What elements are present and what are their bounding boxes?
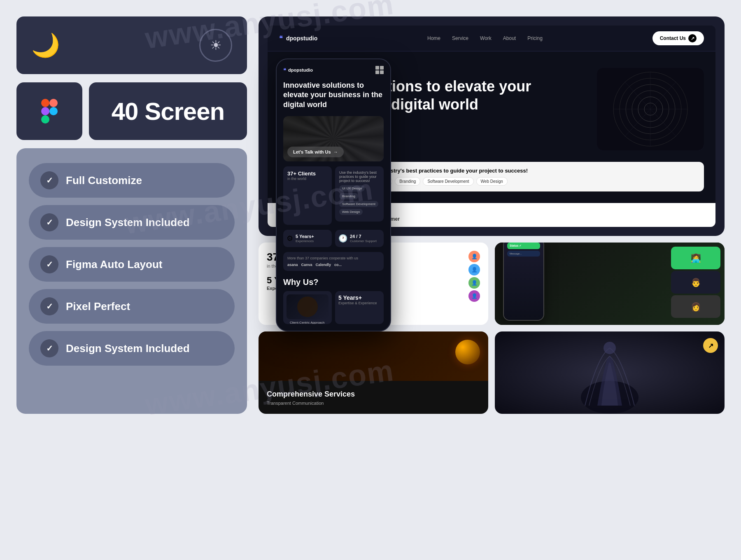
arch-sculpture-visual xyxy=(564,331,655,414)
nav-work[interactable]: Work xyxy=(480,35,492,41)
mobile-stats-grid: 37+ Clients in the world Use the industr… xyxy=(283,166,384,225)
nav-about[interactable]: About xyxy=(503,35,516,41)
nav-cta-button[interactable]: Contact Us ↗ xyxy=(652,31,704,45)
industry-card: Use the industry's best practices to gui… xyxy=(350,162,704,191)
mobile-exp-support-label: Customer Support xyxy=(350,239,377,243)
feature-item-4: Pixel Perfect xyxy=(29,289,235,324)
mobile-clients-logos: asana Canva Calendly co... xyxy=(287,263,380,267)
svg-point-4 xyxy=(49,107,58,115)
mobile-cta-button[interactable]: Let's Talk with Us → xyxy=(287,147,344,157)
mobile-client-1: Canva xyxy=(301,263,312,267)
mobile-client-3: co... xyxy=(334,263,342,267)
mobile-exp-support-icon: 🕐 xyxy=(338,234,347,243)
phone-mockup-card: Status ✓ Message... 👩‍💻 👨 👩 xyxy=(495,243,725,325)
moon-icon: 🌙 xyxy=(31,32,60,59)
mobile-tags: UI UX Design Branding Software Developme… xyxy=(339,185,380,215)
check-icon-4 xyxy=(40,297,58,315)
mobile-menu-icon[interactable] xyxy=(375,66,384,74)
mobile-mockup: ❝ dpopstudio Innovative solutions to ele… xyxy=(276,58,391,331)
mobile-nav: ❝ dpopstudio xyxy=(283,66,384,74)
feature-label-2: Design System Included xyxy=(66,216,190,229)
mobile-exp-years-num: 5 Years+ xyxy=(296,234,314,239)
avatar-4: 👤 xyxy=(468,290,480,302)
feature-label-1: Full Customize xyxy=(66,174,142,187)
svg-point-16 xyxy=(297,296,318,317)
feature-label-5: Design System Included xyxy=(66,342,190,355)
mobile-why-grid: Client-Centric Approach 5 Years+ Experti… xyxy=(283,291,384,324)
nav-service[interactable]: Service xyxy=(452,35,468,41)
mobile-why-section: Why Us? Client-Centric Approach xyxy=(283,274,384,324)
left-panel: 🌙 ☀ 40 Screen xyxy=(16,16,247,414)
mobile-stat-clients-num: 37+ Clients xyxy=(287,170,328,177)
nav-pricing[interactable]: Pricing xyxy=(527,35,543,41)
arch-arrow-icon[interactable]: ↗ xyxy=(703,338,718,353)
avatars-column: 👤 👤 👤 👤 xyxy=(468,251,480,302)
svg-rect-1 xyxy=(49,99,58,107)
mobile-client-2: Calendly xyxy=(316,263,331,267)
main-layout: 🌙 ☀ 40 Screen xyxy=(0,0,741,430)
avatar-photos: 👩‍💻 👨 👩 xyxy=(671,247,720,321)
svg-rect-2 xyxy=(41,107,49,115)
feature-item-5: Design System Included xyxy=(29,331,235,366)
nav-logo: ❝ dpopstudio xyxy=(279,35,317,42)
tag-3: Web Design xyxy=(476,177,508,186)
check-icon-5 xyxy=(40,339,58,357)
mobile-exp-support-num: 24 / 7 xyxy=(350,234,377,239)
mobile-why-sub: Expertise & Experience xyxy=(338,301,380,305)
mobile-stat-clients: 37+ Clients in the world xyxy=(283,166,332,225)
check-icon-3 xyxy=(40,255,58,273)
tags-row: UI UX Design Branding Software Developme… xyxy=(359,177,696,186)
nav-logo-text: dpopstudio xyxy=(286,35,317,42)
comprehensive-subtitle: Transparent Communication xyxy=(267,401,480,406)
tag-1: Branding xyxy=(395,177,420,186)
website-nav: ❝ dpopstudio Home Service Work About Pri… xyxy=(268,26,715,51)
mobile-stat-clients-label: in the world xyxy=(287,177,328,181)
comprehensive-text: Comprehensive Services Transparent Commu… xyxy=(267,390,480,406)
desktop-inner: ❝ dpopstudio Home Service Work About Pri… xyxy=(268,26,715,227)
figma-icon-box xyxy=(16,82,82,140)
mobile-clients-section: More than 37 companies cooperate with us… xyxy=(283,252,384,271)
svg-point-18 xyxy=(604,342,616,354)
nav-links: Home Service Work About Pricing xyxy=(427,35,543,41)
mobile-why-title: Why Us? xyxy=(283,278,384,287)
industry-title: Use the industry's best practices to gui… xyxy=(359,168,696,174)
nav-home[interactable]: Home xyxy=(427,35,440,41)
cta-arrow-icon: ↗ xyxy=(688,34,697,42)
mobile-clients-title: More than 37 companies cooperate with us xyxy=(287,256,380,260)
hero-architecture-visual xyxy=(597,68,704,150)
comprehensive-title: Comprehensive Services xyxy=(267,390,480,399)
arch-card: ↗ xyxy=(495,331,725,414)
comprehensive-bg xyxy=(259,331,488,381)
check-icon-2 xyxy=(40,213,58,231)
phone-device: Status ✓ Message... xyxy=(503,243,544,321)
screen-count-box: 40 Screen xyxy=(89,82,247,140)
mobile-experience-grid: ⚙ 5 Years+ Experiences 🕐 24 / 7 Customer… xyxy=(283,230,384,247)
desktop-mockup: ❝ dpopstudio Home Service Work About Pri… xyxy=(259,16,725,236)
feature-label-4: Pixel Perfect xyxy=(66,300,130,313)
mobile-why-label-1: Client-Centric Approach xyxy=(287,319,329,324)
check-icon-1 xyxy=(40,171,58,189)
mobile-client-0: asana xyxy=(287,263,298,267)
figma-logo-icon xyxy=(37,99,62,124)
mobile-cta-arrow-icon: → xyxy=(333,149,338,154)
mobile-exp-support: 🕐 24 / 7 Customer Support xyxy=(335,230,384,247)
mobile-exp-years: ⚙ 5 Years+ Experiences xyxy=(283,230,332,247)
mobile-logo: ❝ dpopstudio xyxy=(283,67,313,73)
avatar-2: 👤 xyxy=(468,264,480,275)
feature-item-1: Full Customize xyxy=(29,163,235,198)
mobile-exp-years-icon: ⚙ xyxy=(287,234,293,243)
comprehensive-sphere-icon xyxy=(455,340,480,364)
tag-2: Software Development xyxy=(423,177,473,186)
mobile-service-card: Use the industry's best practices to gui… xyxy=(335,166,384,222)
mobile-why-card-2: 5 Years+ Expertise & Experience xyxy=(335,291,384,324)
feature-item-2: Design System Included xyxy=(29,205,235,240)
feature-item-3: Figma Auto Layout xyxy=(29,247,235,282)
mobile-headline: Innovative solutions to elevate your bus… xyxy=(283,81,384,110)
avatar-1: 👤 xyxy=(468,251,480,262)
hero-image xyxy=(597,68,704,150)
mobile-why-card-1: Client-Centric Approach xyxy=(283,291,332,324)
theme-toggle[interactable]: 🌙 ☀ xyxy=(16,16,247,74)
features-panel: Full Customize Design System Included Fi… xyxy=(16,148,247,414)
mobile-tag-3: Web Design xyxy=(339,209,363,215)
mobile-hero-image: Let's Talk with Us → xyxy=(283,116,384,161)
